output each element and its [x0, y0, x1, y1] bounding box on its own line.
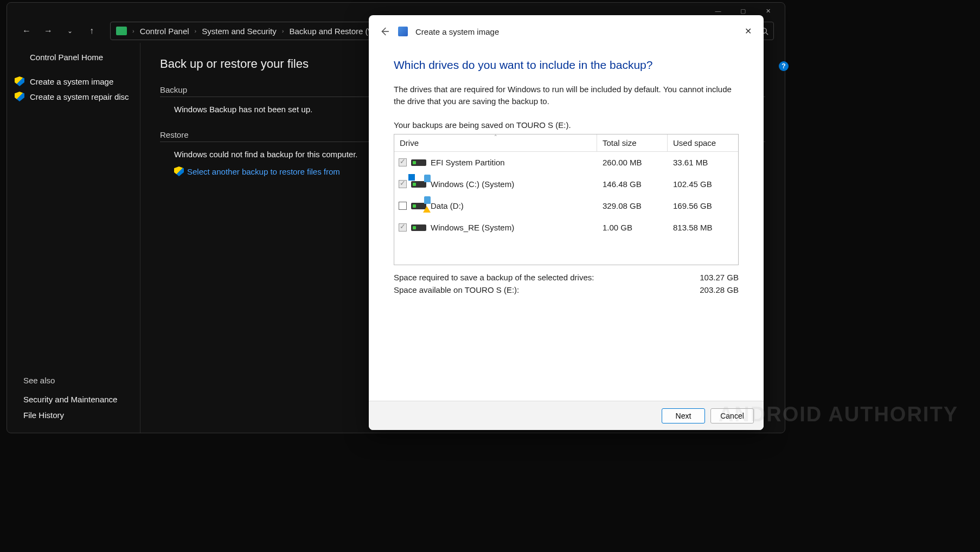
- wizard-description: The drives that are required for Windows…: [394, 84, 739, 107]
- drive-used: 813.58 MB: [668, 223, 738, 232]
- control-panel-icon: [116, 27, 127, 35]
- see-also-filehistory[interactable]: File History: [23, 407, 134, 423]
- lock-overlay-icon: [424, 196, 431, 204]
- table-header: Drive⌃ Total size Used space: [394, 134, 738, 152]
- drive-total: 260.00 MB: [597, 158, 668, 167]
- lock-overlay-icon: [424, 175, 431, 182]
- sidebar-link-label: Create a system image: [30, 77, 113, 86]
- forward-arrow-icon[interactable]: →: [40, 22, 57, 40]
- wizard-heading: Which drives do you want to include in t…: [394, 59, 739, 72]
- shield-icon: [15, 92, 24, 101]
- breadcrumb-item[interactable]: Control Panel: [140, 27, 189, 36]
- drive-used: 102.45 GB: [668, 179, 738, 189]
- wizard-icon: [398, 27, 408, 36]
- drive-checkbox[interactable]: [399, 202, 407, 210]
- chevron-right-icon: ›: [195, 28, 197, 34]
- drive-used: 169.56 GB: [668, 201, 738, 210]
- restore-alt-link-label: Select another backup to restore files f…: [187, 167, 340, 176]
- col-used[interactable]: Used space: [668, 134, 738, 151]
- sidebar-link-label: Create a system repair disc: [30, 92, 129, 101]
- space-available-label: Space available on TOURO S (E:):: [394, 285, 519, 294]
- col-total[interactable]: Total size: [597, 134, 668, 151]
- svg-line-1: [766, 33, 768, 35]
- drive-used: 33.61 MB: [668, 158, 738, 167]
- table-row: Windows_RE (System) 1.00 GB 813.58 MB: [394, 217, 738, 239]
- wizard-titlebar: Create a system image ✕: [369, 15, 764, 48]
- drive-icon: [411, 224, 426, 231]
- breadcrumb-item[interactable]: System and Security: [202, 27, 277, 36]
- wizard-title: Create a system image: [415, 27, 499, 36]
- wizard-back-button[interactable]: [379, 25, 390, 37]
- drive-table: Drive⌃ Total size Used space EFI System …: [394, 134, 739, 265]
- back-arrow-icon: [380, 27, 389, 36]
- drive-name: Windows (C:) (System): [431, 179, 514, 189]
- wizard-save-location: Your backups are being saved on TOURO S …: [394, 120, 739, 130]
- drive-total: 1.00 GB: [597, 223, 668, 232]
- windows-overlay-icon: [408, 174, 415, 181]
- table-row: Windows (C:) (System) 146.48 GB 102.45 G…: [394, 174, 738, 195]
- drive-name: Data (D:): [431, 201, 464, 210]
- space-available-value: 203.28 GB: [700, 285, 739, 294]
- space-required-row: Space required to save a backup of the s…: [394, 273, 739, 282]
- drive-total: 146.48 GB: [597, 179, 668, 189]
- shield-icon: [174, 166, 184, 176]
- drive-checkbox: [399, 180, 407, 188]
- drive-checkbox: [399, 158, 407, 166]
- drive-checkbox: [399, 223, 407, 232]
- shield-icon: [15, 76, 24, 86]
- chevron-right-icon: ›: [282, 28, 284, 34]
- wizard-footer: Next Cancel: [369, 401, 764, 430]
- recent-dropdown-icon[interactable]: ⌄: [61, 22, 79, 40]
- space-required-label: Space required to save a backup of the s…: [394, 273, 594, 282]
- drive-total: 329.08 GB: [597, 201, 668, 210]
- see-also-security[interactable]: Security and Maintenance: [23, 391, 134, 407]
- sidebar: Control Panel Home Create a system image…: [7, 43, 140, 433]
- table-row: EFI System Partition 260.00 MB 33.61 MB: [394, 152, 738, 174]
- create-system-image-wizard: Create a system image ✕ Which drives do …: [369, 15, 764, 430]
- wizard-close-button[interactable]: ✕: [740, 23, 756, 39]
- help-badge[interactable]: ?: [779, 61, 789, 71]
- next-button[interactable]: Next: [662, 408, 705, 423]
- warning-overlay-icon: [423, 206, 431, 213]
- chevron-right-icon: ›: [132, 28, 134, 34]
- space-required-value: 103.27 GB: [700, 273, 739, 282]
- see-also-label: See also: [23, 376, 134, 385]
- sort-indicator-icon: ⌃: [494, 134, 498, 139]
- up-arrow-icon[interactable]: ↑: [83, 22, 100, 40]
- drive-name: EFI System Partition: [431, 158, 505, 167]
- back-arrow-icon[interactable]: ←: [18, 22, 35, 40]
- sidebar-link-create-image[interactable]: Create a system image: [15, 74, 134, 89]
- wizard-body: Which drives do you want to include in t…: [369, 48, 764, 401]
- drive-name: Windows_RE (System): [431, 223, 514, 232]
- drive-icon: [411, 159, 426, 166]
- col-drive[interactable]: Drive⌃: [394, 134, 597, 151]
- sidebar-link-repair-disc[interactable]: Create a system repair disc: [15, 89, 134, 104]
- space-available-row: Space available on TOURO S (E:): 203.28 …: [394, 285, 739, 294]
- table-row[interactable]: Data (D:) 329.08 GB 169.56 GB: [394, 195, 738, 217]
- control-panel-home-link[interactable]: Control Panel Home: [30, 53, 134, 62]
- watermark: ANDROID AUTHORITY: [719, 403, 958, 426]
